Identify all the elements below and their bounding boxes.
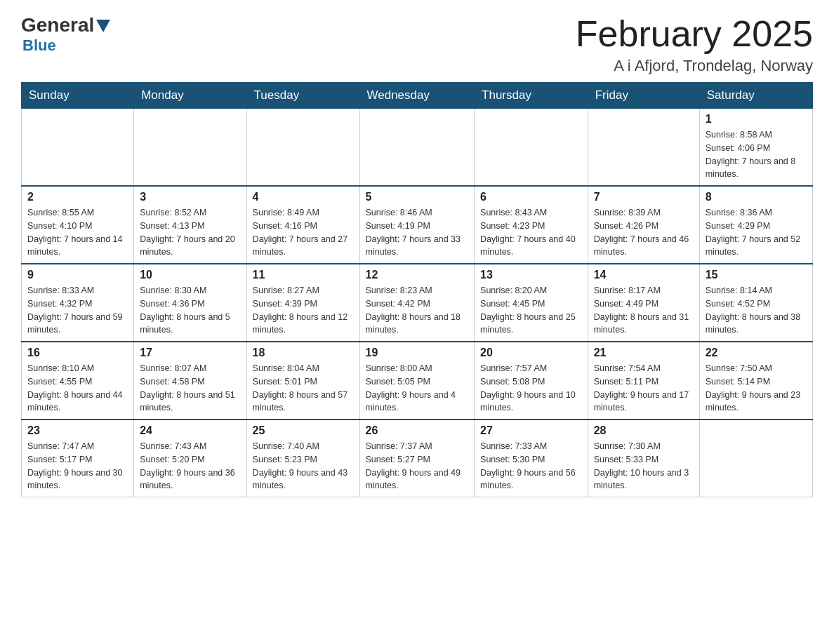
logo-arrow-icon [96,20,110,32]
calendar-cell: 27Sunrise: 7:33 AM Sunset: 5:30 PM Dayli… [475,420,588,497]
calendar-cell: 3Sunrise: 8:52 AM Sunset: 4:13 PM Daylig… [134,186,246,264]
day-info: Sunrise: 7:50 AM Sunset: 5:14 PM Dayligh… [706,362,807,415]
month-title: February 2025 [576,14,813,54]
day-info: Sunrise: 7:33 AM Sunset: 5:30 PM Dayligh… [480,440,582,492]
calendar-cell: 4Sunrise: 8:49 AM Sunset: 4:16 PM Daylig… [246,186,359,264]
day-number: 22 [706,347,807,359]
day-info: Sunrise: 8:43 AM Sunset: 4:23 PM Dayligh… [480,206,582,259]
day-number: 20 [480,347,582,359]
day-info: Sunrise: 7:47 AM Sunset: 5:17 PM Dayligh… [27,440,128,492]
calendar-cell: 19Sunrise: 8:00 AM Sunset: 5:05 PM Dayli… [359,342,475,420]
calendar-cell: 20Sunrise: 7:57 AM Sunset: 5:08 PM Dayli… [475,342,588,420]
calendar-cell: 12Sunrise: 8:23 AM Sunset: 4:42 PM Dayli… [359,264,475,342]
calendar-cell: 26Sunrise: 7:37 AM Sunset: 5:27 PM Dayli… [359,420,475,497]
calendar-cell [699,420,812,497]
calendar-cell: 2Sunrise: 8:55 AM Sunset: 4:10 PM Daylig… [22,186,134,264]
calendar-cell: 23Sunrise: 7:47 AM Sunset: 5:17 PM Dayli… [22,420,134,497]
calendar-cell: 1Sunrise: 8:58 AM Sunset: 4:06 PM Daylig… [699,109,812,187]
calendar-cell [246,109,359,187]
calendar-cell: 7Sunrise: 8:39 AM Sunset: 4:26 PM Daylig… [588,186,699,264]
day-info: Sunrise: 7:57 AM Sunset: 5:08 PM Dayligh… [480,362,582,415]
day-number: 24 [140,424,240,437]
day-info: Sunrise: 8:27 AM Sunset: 4:39 PM Dayligh… [253,284,354,337]
title-area: February 2025 A i Afjord, Trondelag, Nor… [576,14,813,75]
day-number: 19 [366,347,469,359]
day-info: Sunrise: 8:46 AM Sunset: 4:19 PM Dayligh… [366,206,469,259]
day-number: 11 [253,269,354,281]
calendar-cell [588,109,699,187]
day-info: Sunrise: 8:58 AM Sunset: 4:06 PM Dayligh… [706,128,807,181]
calendar-cell: 10Sunrise: 8:30 AM Sunset: 4:36 PM Dayli… [134,264,246,342]
day-info: Sunrise: 8:14 AM Sunset: 4:52 PM Dayligh… [706,284,807,337]
day-number: 2 [27,191,128,203]
day-of-week-wednesday: Wednesday [359,83,475,109]
day-number: 12 [366,269,469,281]
calendar-cell: 9Sunrise: 8:33 AM Sunset: 4:32 PM Daylig… [22,264,134,342]
logo-general-text: General [21,14,94,36]
calendar-cell [22,109,134,187]
calendar-cell [359,109,475,187]
day-number: 7 [594,191,694,203]
logo-blue-text: Blue [22,36,110,55]
calendar-cell: 17Sunrise: 8:07 AM Sunset: 4:58 PM Dayli… [134,342,246,420]
calendar-cell: 8Sunrise: 8:36 AM Sunset: 4:29 PM Daylig… [699,186,812,264]
day-info: Sunrise: 8:36 AM Sunset: 4:29 PM Dayligh… [706,206,807,259]
day-number: 4 [253,191,354,203]
day-number: 13 [480,269,582,281]
day-of-week-sunday: Sunday [22,83,134,109]
day-of-week-tuesday: Tuesday [246,83,359,109]
day-info: Sunrise: 7:30 AM Sunset: 5:33 PM Dayligh… [594,440,694,492]
day-info: Sunrise: 8:00 AM Sunset: 5:05 PM Dayligh… [366,362,469,415]
day-number: 23 [27,424,128,437]
svg-marker-0 [96,20,110,32]
day-number: 3 [140,191,240,203]
day-info: Sunrise: 8:52 AM Sunset: 4:13 PM Dayligh… [140,206,240,259]
day-info: Sunrise: 8:39 AM Sunset: 4:26 PM Dayligh… [594,206,694,259]
calendar-cell: 14Sunrise: 8:17 AM Sunset: 4:49 PM Dayli… [588,264,699,342]
calendar-week-1: 1Sunrise: 8:58 AM Sunset: 4:06 PM Daylig… [22,109,813,187]
calendar-week-5: 23Sunrise: 7:47 AM Sunset: 5:17 PM Dayli… [22,420,813,497]
calendar-cell: 11Sunrise: 8:27 AM Sunset: 4:39 PM Dayli… [246,264,359,342]
calendar-cell: 24Sunrise: 7:43 AM Sunset: 5:20 PM Dayli… [134,420,246,497]
calendar-cell: 28Sunrise: 7:30 AM Sunset: 5:33 PM Dayli… [588,420,699,497]
day-info: Sunrise: 8:49 AM Sunset: 4:16 PM Dayligh… [253,206,354,259]
calendar-cell: 25Sunrise: 7:40 AM Sunset: 5:23 PM Dayli… [246,420,359,497]
day-number: 8 [706,191,807,203]
day-number: 27 [480,424,582,437]
day-info: Sunrise: 7:37 AM Sunset: 5:27 PM Dayligh… [366,440,469,492]
day-number: 18 [253,347,354,359]
day-of-week-monday: Monday [134,83,246,109]
day-info: Sunrise: 7:54 AM Sunset: 5:11 PM Dayligh… [594,362,694,415]
day-number: 26 [366,424,469,437]
calendar-week-3: 9Sunrise: 8:33 AM Sunset: 4:32 PM Daylig… [22,264,813,342]
calendar-week-2: 2Sunrise: 8:55 AM Sunset: 4:10 PM Daylig… [22,186,813,264]
day-number: 25 [253,424,354,437]
calendar-cell: 5Sunrise: 8:46 AM Sunset: 4:19 PM Daylig… [359,186,475,264]
day-number: 17 [140,347,240,359]
day-number: 1 [706,113,807,126]
day-of-week-thursday: Thursday [475,83,588,109]
calendar-header-row: SundayMondayTuesdayWednesdayThursdayFrid… [22,83,813,109]
day-number: 15 [706,269,807,281]
day-info: Sunrise: 8:04 AM Sunset: 5:01 PM Dayligh… [253,362,354,415]
day-number: 28 [594,424,694,437]
day-info: Sunrise: 8:07 AM Sunset: 4:58 PM Dayligh… [140,362,240,415]
day-of-week-saturday: Saturday [699,83,812,109]
day-number: 21 [594,347,694,359]
calendar-cell: 13Sunrise: 8:20 AM Sunset: 4:45 PM Dayli… [475,264,588,342]
day-info: Sunrise: 8:33 AM Sunset: 4:32 PM Dayligh… [27,284,128,337]
calendar-cell [475,109,588,187]
calendar-cell: 6Sunrise: 8:43 AM Sunset: 4:23 PM Daylig… [475,186,588,264]
calendar-week-4: 16Sunrise: 8:10 AM Sunset: 4:55 PM Dayli… [22,342,813,420]
day-of-week-friday: Friday [588,83,699,109]
day-number: 10 [140,269,240,281]
calendar-cell [134,109,246,187]
day-info: Sunrise: 7:40 AM Sunset: 5:23 PM Dayligh… [253,440,354,492]
day-info: Sunrise: 8:23 AM Sunset: 4:42 PM Dayligh… [366,284,469,337]
day-number: 16 [27,347,128,359]
day-number: 14 [594,269,694,281]
calendar-cell: 22Sunrise: 7:50 AM Sunset: 5:14 PM Dayli… [699,342,812,420]
calendar-cell: 15Sunrise: 8:14 AM Sunset: 4:52 PM Dayli… [699,264,812,342]
location-title: A i Afjord, Trondelag, Norway [576,57,813,75]
page-header: General Blue February 2025 A i Afjord, T… [21,14,813,75]
